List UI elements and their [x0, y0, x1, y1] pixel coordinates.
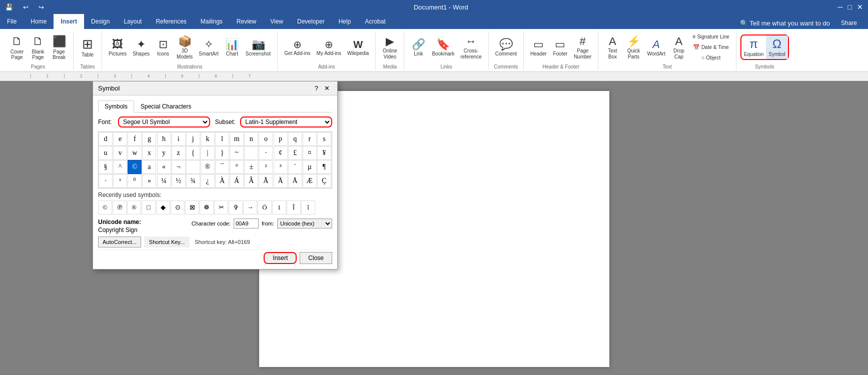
symbol-button[interactable]: Ω Symbol: [766, 36, 787, 59]
equation-button[interactable]: π Equation: [741, 36, 766, 59]
symbol-cell[interactable]: Á: [230, 174, 244, 188]
symbol-cell[interactable]: w: [128, 146, 142, 160]
page-break-button[interactable]: ⬛ PageBreak: [49, 34, 69, 62]
symbol-cell[interactable]: §: [99, 160, 113, 174]
symbol-cell[interactable]: ¤: [303, 146, 317, 160]
3d-models-button[interactable]: 📦 3DModels: [174, 34, 195, 62]
symbol-cell[interactable]: Ä: [274, 174, 288, 188]
symbol-cell[interactable]: Å: [288, 174, 302, 188]
symbol-cell[interactable]: f: [128, 132, 142, 146]
share-button[interactable]: Share: [835, 17, 863, 29]
symbol-cell[interactable]: ±: [244, 160, 258, 174]
symbol-cell[interactable]: Ç: [317, 174, 331, 188]
cross-reference-button[interactable]: ↔ Cross-reference: [458, 34, 484, 62]
recent-symbol-cell[interactable]: ◆: [156, 200, 170, 214]
tab-design[interactable]: Design: [84, 14, 117, 29]
online-video-button[interactable]: ▶ OnlineVideo: [380, 34, 400, 62]
recent-symbol-cell[interactable]: Î: [287, 200, 301, 214]
link-button[interactable]: 🔗 Link: [408, 36, 428, 58]
recent-symbol-cell[interactable]: ℗: [113, 200, 127, 214]
recent-symbol-cell[interactable]: 1: [272, 200, 286, 214]
char-code-input[interactable]: [234, 218, 259, 228]
symbol-cell[interactable]: ¹: [113, 174, 127, 188]
symbol-cell[interactable]: s: [317, 132, 331, 146]
tab-acrobat[interactable]: Acrobat: [358, 14, 392, 29]
symbol-cell[interactable]: ®: [201, 160, 215, 174]
recent-symbol-cell[interactable]: ⊙: [171, 200, 185, 214]
symbol-cell[interactable]: o: [259, 132, 273, 146]
symbol-cell[interactable]: ³: [274, 160, 288, 174]
symbol-cell[interactable]: ¾: [186, 174, 200, 188]
text-box-button[interactable]: A TextBox: [602, 34, 622, 62]
recent-symbol-cell[interactable]: ⊠: [185, 200, 199, 214]
symbol-cell[interactable]: ¢: [274, 146, 288, 160]
quick-access-undo[interactable]: ↩: [23, 4, 29, 11]
symbol-cell[interactable]: l: [215, 132, 229, 146]
tab-mailings[interactable]: Mailings: [194, 14, 230, 29]
symbol-cell[interactable]: h: [157, 132, 171, 146]
tab-symbols[interactable]: Symbols: [98, 100, 134, 112]
symbol-cell[interactable]: n: [244, 132, 258, 146]
shortcut-key-button[interactable]: Shortcut Key...: [144, 236, 190, 248]
symbol-cell[interactable]: a: [142, 160, 156, 174]
recent-symbol-cell[interactable]: ©: [98, 200, 112, 214]
close-button[interactable]: Close: [300, 252, 332, 264]
symbol-cell[interactable]: µ: [303, 160, 317, 174]
shapes-button[interactable]: ✦ Shapes: [130, 36, 152, 58]
symbol-cell[interactable]: |: [201, 146, 215, 160]
screenshot-button[interactable]: 📷 Screenshot: [243, 36, 274, 58]
symbol-cell[interactable]: ·: [259, 146, 273, 160]
symbol-cell[interactable]: y: [157, 146, 171, 160]
symbol-cell[interactable]: j: [186, 132, 200, 146]
symbol-cell[interactable]: d: [99, 132, 113, 146]
recent-symbol-cell[interactable]: ®: [127, 200, 141, 214]
tab-help[interactable]: Help: [332, 14, 358, 29]
quick-access-redo[interactable]: ↪: [39, 4, 44, 11]
symbol-cell[interactable]: u: [99, 146, 113, 160]
symbol-cell[interactable]: ©: [128, 160, 142, 174]
wikipedia-button[interactable]: W Wikipedia: [345, 37, 371, 58]
blank-page-button[interactable]: 🗋 BlankPage: [28, 34, 48, 62]
footer-button[interactable]: ▭ Footer: [550, 36, 570, 58]
insert-button[interactable]: Insert: [264, 252, 297, 264]
tab-view[interactable]: View: [263, 14, 290, 29]
symbol-cell[interactable]: z: [172, 146, 186, 160]
recent-symbol-cell[interactable]: Ö: [258, 200, 272, 214]
symbol-cell[interactable]: Æ: [303, 174, 317, 188]
symbol-cell[interactable]: x: [142, 146, 156, 160]
autocorrect-button[interactable]: AutoCorrect...: [98, 236, 141, 248]
font-select[interactable]: Segoe UI Symbol: [118, 116, 210, 128]
page-number-button[interactable]: # PageNumber: [571, 34, 594, 62]
symbol-cell[interactable]: ¬: [172, 160, 186, 174]
symbol-cell[interactable]: ^: [113, 160, 127, 174]
symbol-cell[interactable]: ¼: [157, 174, 171, 188]
wordart-button[interactable]: A WordArt: [644, 36, 668, 58]
search-box[interactable]: 🔍 Tell me what you want to do: [740, 20, 830, 27]
symbol-cell[interactable]: p: [274, 132, 288, 146]
cover-page-button[interactable]: 🗋 CoverPage: [7, 34, 27, 62]
symbol-cell[interactable]: «: [157, 160, 171, 174]
from-select[interactable]: Unicode (hex) ASCII (decimal) ASCII (hex…: [277, 218, 332, 228]
symbol-cell[interactable]: ¥: [317, 146, 331, 160]
recent-symbol-cell[interactable]: □: [142, 200, 156, 214]
symbol-cell[interactable]: ´: [288, 160, 302, 174]
signature-line-button[interactable]: ≡ Signature Line: [690, 32, 732, 42]
table-button[interactable]: ⊞ Table: [78, 35, 98, 60]
symbol-cell[interactable]: q: [288, 132, 302, 146]
symbol-cell[interactable]: i: [172, 132, 186, 146]
close-btn[interactable]: ✕: [857, 3, 863, 11]
minimize-btn[interactable]: ─: [838, 3, 843, 11]
icons-button[interactable]: ⊡ Icons: [153, 36, 173, 58]
tab-references[interactable]: References: [149, 14, 193, 29]
symbol-cell[interactable]: k: [201, 132, 215, 146]
dialog-close-btn[interactable]: ✕: [322, 84, 332, 92]
pictures-button[interactable]: 🖼 Pictures: [106, 36, 129, 58]
tab-developer[interactable]: Developer: [290, 14, 332, 29]
symbol-cell[interactable]: »: [142, 174, 156, 188]
quick-access-save[interactable]: 💾: [5, 4, 13, 11]
symbol-cell[interactable]: v: [113, 146, 127, 160]
drop-cap-button[interactable]: A DropCap: [669, 34, 689, 62]
header-button[interactable]: ▭ Header: [528, 36, 549, 58]
object-button[interactable]: ○ Object: [690, 53, 732, 62]
get-addins-button[interactable]: ⊕ Get Add-ins: [282, 37, 313, 58]
